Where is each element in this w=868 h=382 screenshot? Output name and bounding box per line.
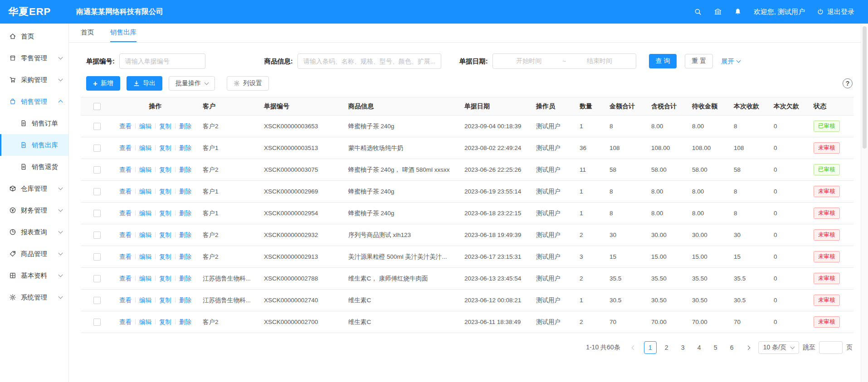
- delete-link[interactable]: 删除: [179, 188, 191, 195]
- cell-receivable: 70.00: [687, 311, 728, 333]
- row-checkbox[interactable]: [93, 188, 101, 195]
- copy-link[interactable]: 复制: [159, 297, 171, 304]
- edit-link[interactable]: 编辑: [139, 297, 151, 304]
- page-number[interactable]: 4: [693, 341, 706, 354]
- edit-link[interactable]: 编辑: [139, 275, 151, 282]
- edit-link[interactable]: 编辑: [139, 166, 151, 173]
- view-link[interactable]: 查看: [119, 210, 132, 217]
- row-checkbox[interactable]: [93, 166, 101, 174]
- page-size-select[interactable]: 10 条/页: [758, 341, 799, 354]
- next-page-button[interactable]: [742, 341, 755, 354]
- page-number[interactable]: 5: [709, 341, 722, 354]
- delete-link[interactable]: 删除: [179, 166, 191, 173]
- cell-debt: 0: [768, 203, 808, 224]
- copy-link[interactable]: 复制: [159, 166, 171, 173]
- row-checkbox[interactable]: [93, 297, 101, 304]
- view-link[interactable]: 查看: [119, 253, 132, 260]
- cell-tax-total: 108.00: [646, 137, 687, 159]
- jump-page-input[interactable]: [819, 341, 843, 354]
- row-checkbox[interactable]: [93, 275, 101, 282]
- add-button[interactable]: + 新增: [86, 76, 120, 91]
- copy-link[interactable]: 复制: [159, 210, 171, 217]
- copy-link[interactable]: 复制: [159, 123, 171, 130]
- sidebar-item-purchase[interactable]: 采购管理: [0, 69, 68, 91]
- logout-button[interactable]: 退出登录: [817, 8, 854, 16]
- sidebar-item-reports[interactable]: 报表查询: [0, 221, 68, 243]
- edit-link[interactable]: 编辑: [139, 123, 151, 130]
- row-checkbox[interactable]: [93, 253, 101, 261]
- bill-no-input[interactable]: [119, 53, 205, 69]
- edit-link[interactable]: 编辑: [139, 319, 151, 325]
- copy-link[interactable]: 复制: [159, 275, 171, 282]
- edit-link[interactable]: 编辑: [139, 145, 151, 151]
- sidebar-item-sales-outbound[interactable]: 销售出库: [0, 134, 68, 156]
- row-checkbox[interactable]: [93, 210, 101, 217]
- help-icon[interactable]: ?: [843, 78, 853, 88]
- view-link[interactable]: 查看: [119, 275, 132, 282]
- copy-link[interactable]: 复制: [159, 253, 171, 260]
- chevron-down-icon: [59, 55, 63, 60]
- prev-page-button[interactable]: [628, 341, 640, 354]
- view-link[interactable]: 查看: [119, 123, 132, 130]
- delete-link[interactable]: 删除: [179, 297, 191, 304]
- jump-label-suffix: 页: [846, 343, 853, 352]
- copy-link[interactable]: 复制: [159, 188, 171, 195]
- separator: [135, 210, 136, 216]
- row-checkbox[interactable]: [93, 123, 101, 130]
- select-all-checkbox[interactable]: [93, 103, 101, 110]
- sidebar-item-sales[interactable]: 销售管理: [0, 91, 68, 112]
- reset-button[interactable]: 重 置: [685, 54, 713, 68]
- sidebar-item-warehouse[interactable]: 仓库管理: [0, 178, 68, 199]
- goods-info-input[interactable]: [297, 53, 441, 69]
- tab-home[interactable]: 首页: [81, 24, 94, 42]
- goods-info-label: 商品信息:: [264, 57, 293, 66]
- sidebar-item-goods[interactable]: 商品管理: [0, 243, 68, 265]
- view-link[interactable]: 查看: [119, 319, 132, 325]
- delete-link[interactable]: 删除: [179, 319, 191, 325]
- copy-link[interactable]: 复制: [159, 319, 171, 325]
- view-link[interactable]: 查看: [119, 188, 132, 195]
- edit-link[interactable]: 编辑: [139, 232, 151, 238]
- sidebar-item-basic-data[interactable]: 基本资料: [0, 265, 68, 286]
- view-link[interactable]: 查看: [119, 297, 132, 304]
- bank-icon[interactable]: [714, 8, 722, 16]
- copy-link[interactable]: 复制: [159, 232, 171, 238]
- page-number[interactable]: 1: [644, 341, 657, 354]
- bell-icon[interactable]: [734, 8, 742, 16]
- batch-operations-button[interactable]: 批量操作: [169, 76, 215, 91]
- view-link[interactable]: 查看: [119, 232, 132, 238]
- delete-link[interactable]: 删除: [179, 123, 191, 130]
- sidebar-item-system[interactable]: 系统管理: [0, 286, 68, 308]
- separator: [155, 254, 156, 259]
- delete-link[interactable]: 删除: [179, 145, 191, 151]
- date-range-input[interactable]: 开始时间 ~ 结束时间: [493, 53, 636, 69]
- view-link[interactable]: 查看: [119, 166, 132, 173]
- edit-link[interactable]: 编辑: [139, 253, 151, 260]
- sidebar-item-sales-order[interactable]: 销售订单: [0, 112, 68, 134]
- page-number[interactable]: 2: [660, 341, 673, 354]
- view-link[interactable]: 查看: [119, 145, 132, 151]
- sidebar-item-retail[interactable]: 零售管理: [0, 47, 68, 69]
- scrollbar-thumb[interactable]: [863, 26, 867, 149]
- sidebar-item-sales-return[interactable]: 销售退货: [0, 156, 68, 178]
- search-icon[interactable]: [694, 8, 702, 16]
- row-checkbox[interactable]: [93, 232, 101, 239]
- row-checkbox[interactable]: [93, 145, 101, 152]
- search-button[interactable]: 查 询: [649, 54, 677, 68]
- sidebar-item-home[interactable]: 首页: [0, 25, 68, 47]
- tab-sales-outbound[interactable]: 销售出库: [110, 24, 137, 42]
- page-number[interactable]: 3: [677, 341, 689, 354]
- row-checkbox[interactable]: [93, 319, 101, 326]
- delete-link[interactable]: 删除: [179, 275, 191, 282]
- sidebar-item-finance[interactable]: 财务管理: [0, 199, 68, 221]
- copy-link[interactable]: 复制: [159, 145, 171, 151]
- delete-link[interactable]: 删除: [179, 253, 191, 260]
- page-number[interactable]: 6: [726, 341, 738, 354]
- edit-link[interactable]: 编辑: [139, 188, 151, 195]
- export-button[interactable]: 导出: [127, 76, 162, 91]
- expand-link[interactable]: 展开: [721, 57, 740, 66]
- column-settings-button[interactable]: 列设置: [227, 76, 269, 91]
- edit-link[interactable]: 编辑: [139, 210, 151, 217]
- delete-link[interactable]: 删除: [179, 232, 191, 238]
- delete-link[interactable]: 删除: [179, 210, 191, 217]
